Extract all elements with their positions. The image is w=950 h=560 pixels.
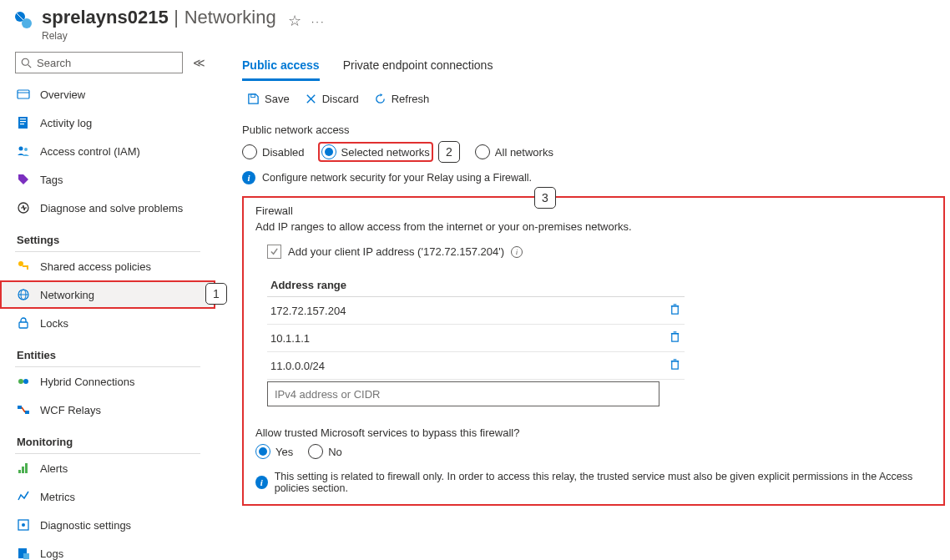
- nav-networking[interactable]: Networking1: [0, 280, 215, 309]
- nav-access-control[interactable]: Access control (IAM): [0, 137, 215, 165]
- nav-overview[interactable]: Overview: [0, 80, 215, 108]
- svg-rect-8: [20, 121, 26, 122]
- tag-icon: [17, 173, 30, 186]
- svg-rect-23: [25, 411, 29, 414]
- nav-hybrid-connections[interactable]: Hybrid Connections: [0, 367, 215, 396]
- nav-locks[interactable]: Locks: [0, 309, 215, 337]
- nav-shared-access[interactable]: Shared access policies: [0, 252, 215, 280]
- svg-rect-14: [23, 265, 28, 267]
- refresh-icon: [374, 93, 387, 105]
- access-info: i Configure network security for your Re…: [242, 171, 950, 184]
- svg-point-11: [24, 148, 28, 151]
- main-content: Public access Private endpoint connectio…: [215, 47, 950, 560]
- svg-rect-15: [27, 267, 28, 270]
- radio-selected-networks[interactable]: Selected networks: [320, 144, 432, 160]
- collapse-sidebar-icon[interactable]: ≪: [193, 56, 205, 69]
- svg-point-28: [22, 523, 25, 527]
- svg-rect-25: [22, 467, 24, 473]
- table-row: 10.1.1.1: [267, 325, 685, 352]
- tab-bar: Public access Private endpoint connectio…: [242, 55, 950, 81]
- radio-bypass-yes[interactable]: Yes: [255, 444, 293, 459]
- svg-rect-24: [18, 470, 21, 473]
- alerts-icon: [17, 462, 30, 475]
- resource-name: sprelayns0215: [42, 7, 169, 28]
- refresh-button[interactable]: Refresh: [374, 93, 430, 105]
- address-range-input[interactable]: [267, 381, 659, 406]
- nav-wcf-relays[interactable]: WCF Relays: [0, 396, 215, 424]
- info-icon: i: [242, 171, 255, 184]
- svg-rect-26: [25, 463, 28, 473]
- svg-rect-40: [672, 361, 679, 369]
- nav-diagnostic-settings[interactable]: Diagnostic settings: [0, 511, 215, 539]
- iam-icon: [17, 144, 30, 158]
- tab-private-endpoint[interactable]: Private endpoint connections: [343, 55, 493, 81]
- info-icon: i: [255, 476, 268, 489]
- nav-metrics[interactable]: Metrics: [0, 482, 215, 511]
- delete-icon[interactable]: [669, 330, 681, 346]
- logs-icon: [17, 547, 30, 560]
- delete-icon[interactable]: [669, 358, 681, 373]
- svg-point-21: [23, 379, 28, 384]
- table-row: 11.0.0.0/24: [267, 352, 685, 380]
- radio-disabled[interactable]: Disabled: [242, 144, 305, 159]
- svg-rect-37: [672, 334, 679, 341]
- network-icon: [17, 288, 30, 301]
- nav-tags[interactable]: Tags: [0, 165, 215, 194]
- callout-3: 3: [534, 187, 556, 209]
- page-header: sprelayns0215 | Networking Relay ☆ ···: [0, 0, 950, 47]
- svg-line-3: [28, 64, 32, 68]
- nav-section-monitoring: Monitoring: [0, 424, 215, 453]
- add-client-ip-label: Add your client IP address ('172.72.157.…: [288, 245, 504, 258]
- svg-rect-30: [23, 553, 29, 559]
- command-bar: Save Discard Refresh: [242, 93, 950, 105]
- svg-rect-7: [20, 119, 26, 119]
- firewall-title: Firewall: [255, 204, 932, 217]
- relay-icon: [13, 10, 33, 30]
- svg-rect-34: [672, 306, 679, 314]
- lock-icon: [17, 316, 30, 330]
- discard-icon: [305, 93, 317, 105]
- address-range-table: Address range 172.72.157.204 10.1.1.1 11…: [267, 274, 685, 380]
- diagnose-icon: [17, 201, 30, 214]
- more-icon[interactable]: ···: [311, 15, 326, 28]
- nav-activity-log[interactable]: Activity log: [0, 108, 215, 137]
- radio-bypass-no[interactable]: No: [308, 444, 342, 459]
- nav-diagnose[interactable]: Diagnose and solve problems: [0, 194, 215, 222]
- delete-icon[interactable]: [669, 303, 681, 318]
- search-placeholder: Search: [37, 57, 71, 69]
- svg-rect-9: [20, 124, 24, 124]
- svg-rect-22: [18, 406, 22, 409]
- tab-public-access[interactable]: Public access: [242, 55, 320, 81]
- radio-all-networks[interactable]: All networks: [475, 144, 553, 159]
- public-access-label: Public network access: [242, 124, 950, 136]
- svg-point-10: [19, 147, 23, 151]
- svg-rect-4: [18, 90, 29, 98]
- col-address-range: Address range: [267, 274, 685, 297]
- diag-settings-icon: [17, 518, 30, 532]
- firewall-section: 3 Firewall Add IP ranges to allow access…: [242, 196, 945, 506]
- table-row: 172.72.157.204: [267, 297, 685, 325]
- metrics-icon: [17, 490, 30, 503]
- wcf-icon: [17, 403, 30, 416]
- save-button[interactable]: Save: [247, 93, 290, 105]
- overview-icon: [17, 88, 30, 101]
- nav-logs[interactable]: Logs: [0, 539, 215, 560]
- svg-point-20: [18, 379, 23, 384]
- nav-section-entities: Entities: [0, 337, 215, 366]
- search-input[interactable]: Search: [15, 52, 183, 73]
- nav-alerts[interactable]: Alerts: [0, 454, 215, 482]
- save-icon: [247, 93, 260, 105]
- svg-point-2: [22, 58, 28, 65]
- add-client-ip-checkbox[interactable]: [267, 245, 281, 259]
- key-icon: [17, 260, 30, 273]
- search-icon: [21, 58, 32, 68]
- breadcrumb: Relay: [42, 30, 276, 42]
- discard-button[interactable]: Discard: [305, 93, 359, 105]
- log-icon: [17, 116, 30, 129]
- star-icon[interactable]: ☆: [288, 12, 301, 30]
- hybrid-icon: [17, 375, 30, 388]
- sidebar: Search ≪ Overview Activity log Access co…: [0, 47, 215, 560]
- callout-2: 2: [438, 141, 460, 163]
- info-icon[interactable]: i: [511, 246, 523, 258]
- page-title: Networking: [184, 7, 276, 28]
